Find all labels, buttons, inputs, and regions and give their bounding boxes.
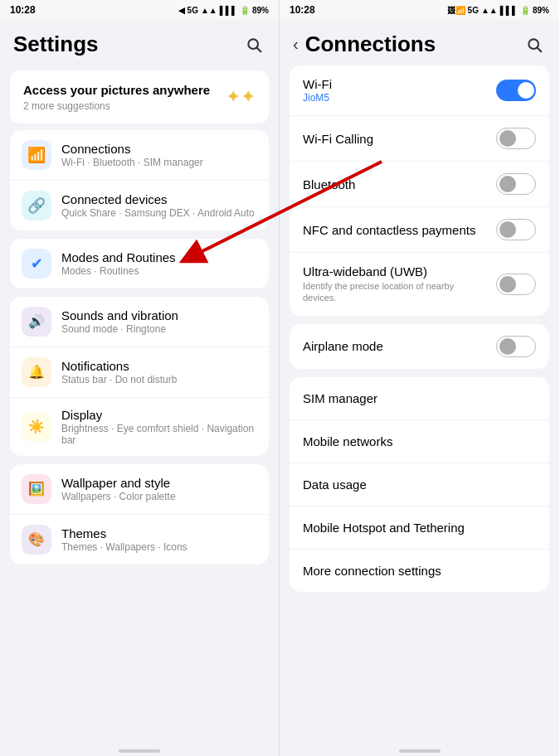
settings-group-media: 🔊 Sounds and vibration Sound mode · Ring… <box>10 297 269 456</box>
suggestion-text: Access your pictures anywhere 2 more sug… <box>23 82 210 112</box>
right-battery-icon: 🔋 <box>520 6 530 15</box>
wifi-calling-toggle[interactable] <box>496 128 536 149</box>
display-title: Display <box>61 408 257 422</box>
settings-title: Settings <box>13 32 99 57</box>
battery-icon: 🔋 <box>240 6 250 15</box>
sim-manager-title: SIM manager <box>303 391 377 405</box>
data-usage-title: Data usage <box>303 477 367 492</box>
connections-text: Connections Wi-Fi · Bluetooth · SIM mana… <box>61 142 203 168</box>
conn-bluetooth-left: Bluetooth <box>303 177 355 191</box>
bluetooth-knob <box>499 176 516 192</box>
conn-uwb-left: Ultra-wideband (UWB) Identify the precis… <box>303 264 485 304</box>
nfc-knob <box>499 221 516 238</box>
conn-hotspot[interactable]: Mobile Hotspot and Tethering <box>290 506 549 550</box>
connected-devices-title: Connected devices <box>61 192 255 206</box>
uwb-toggle[interactable] <box>496 274 536 295</box>
display-icon: ☀️ <box>22 412 51 442</box>
conn-airplane[interactable]: Airplane mode <box>290 324 549 369</box>
svg-line-3 <box>538 47 542 51</box>
conn-airplane-left: Airplane mode <box>303 339 383 353</box>
conn-wifi-calling-title: Wi-Fi Calling <box>303 132 373 146</box>
conn-bluetooth[interactable]: Bluetooth <box>290 162 549 207</box>
conn-airplane-title: Airplane mode <box>303 339 383 353</box>
conn-wifi-calling[interactable]: Wi-Fi Calling <box>290 116 549 162</box>
modes-sub: Modes · Routines <box>61 265 176 277</box>
themes-title: Themes <box>61 526 187 540</box>
settings-item-connected-devices[interactable]: 🔗 Connected devices Quick Share · Samsun… <box>10 181 269 230</box>
back-button[interactable]: ‹ <box>293 35 299 54</box>
conn-nfc-left: NFC and contactless payments <box>303 223 475 237</box>
left-status-bar: 10:28 ◀ 5G ▲▲ ▌▌▌ 🔋 89% <box>0 0 279 20</box>
right-header-left: ‹ Connections <box>293 32 436 57</box>
connected-devices-sub: Quick Share · Samsung DEX · Android Auto <box>61 207 255 219</box>
modes-title: Modes and Routines <box>61 250 176 264</box>
conn-wifi[interactable]: Wi-Fi JioM5 <box>290 65 549 116</box>
conn-wifi-calling-left: Wi-Fi Calling <box>303 132 373 146</box>
right-wifi-icon: ▲▲ <box>481 6 498 15</box>
themes-text: Themes Themes · Wallpapers · Icons <box>61 526 187 553</box>
settings-item-notifications[interactable]: 🔔 Notifications Status bar · Do not dist… <box>10 347 269 398</box>
bluetooth-toggle[interactable] <box>496 173 536 195</box>
left-status-icons: ◀ 5G ▲▲ ▌▌▌ 🔋 89% <box>178 6 269 15</box>
nfc-toggle[interactable] <box>496 219 536 240</box>
connections-title: Connections <box>61 142 203 156</box>
battery-pct: 89% <box>252 6 269 15</box>
notifications-text: Notifications Status bar · Do not distur… <box>61 359 177 385</box>
display-text: Display Brightness · Eye comfort shield … <box>61 408 257 446</box>
mobile-networks-title: Mobile networks <box>303 434 392 448</box>
conn-wifi-title: Wi-Fi <box>303 77 332 91</box>
sounds-text: Sounds and vibration Sound mode · Ringto… <box>61 308 178 335</box>
wifi-toggle[interactable] <box>496 80 536 101</box>
connected-devices-icon: 🔗 <box>22 191 51 220</box>
right-time: 10:28 <box>290 4 315 16</box>
settings-item-display[interactable]: ☀️ Display Brightness · Eye comfort shie… <box>10 398 269 456</box>
connections-list: Wi-Fi JioM5 Wi-Fi Calling Blueto <box>280 65 559 744</box>
sparkle-icon: ✦✦ <box>226 86 256 108</box>
conn-nfc-title: NFC and contactless payments <box>303 223 475 237</box>
wallpaper-icon: 🖼️ <box>22 474 51 504</box>
left-search-icon[interactable] <box>242 33 265 56</box>
hotspot-title: Mobile Hotspot and Tethering <box>303 521 465 535</box>
conn-mobile-networks[interactable]: Mobile networks <box>290 420 549 463</box>
settings-group-modes: ✔ Modes and Routines Modes · Routines <box>10 239 269 288</box>
right-notif-icon: 🖼📶 <box>447 6 465 15</box>
modes-text: Modes and Routines Modes · Routines <box>61 250 176 277</box>
left-panel: 10:28 ◀ 5G ▲▲ ▌▌▌ 🔋 89% Settings Access … <box>0 0 280 756</box>
wifi-toggle-knob <box>518 82 534 99</box>
conn-nfc[interactable]: NFC and contactless payments <box>290 207 549 253</box>
right-search-icon[interactable] <box>523 33 546 56</box>
display-sub: Brightness · Eye comfort shield · Naviga… <box>61 423 257 446</box>
settings-group-themes: 🖼️ Wallpaper and style Wallpapers · Colo… <box>10 464 269 565</box>
airplane-knob <box>499 338 516 355</box>
right-battery-pct: 89% <box>533 6 549 15</box>
settings-group-connections: 📶 Connections Wi-Fi · Bluetooth · SIM ma… <box>10 130 269 230</box>
right-panel: 10:28 🖼📶 5G ▲▲ ▌▌▌ 🔋 89% ‹ Connections <box>280 0 559 756</box>
settings-item-sounds[interactable]: 🔊 Sounds and vibration Sound mode · Ring… <box>10 297 269 347</box>
conn-uwb-title: Ultra-wideband (UWB) <box>303 264 485 279</box>
conn-more-settings[interactable]: More connection settings <box>290 550 549 592</box>
more-conn-title: More connection settings <box>303 564 441 578</box>
svg-line-1 <box>257 47 261 51</box>
sounds-icon: 🔊 <box>22 307 51 337</box>
conn-uwb-desc: Identify the precise location of nearby … <box>303 280 485 304</box>
settings-item-connections[interactable]: 📶 Connections Wi-Fi · Bluetooth · SIM ma… <box>10 130 269 181</box>
connections-sub: Wi-Fi · Bluetooth · SIM manager <box>61 157 203 168</box>
notifications-sub: Status bar · Do not disturb <box>61 374 177 385</box>
settings-item-modes[interactable]: ✔ Modes and Routines Modes · Routines <box>10 239 269 288</box>
conn-wifi-left: Wi-Fi JioM5 <box>303 77 332 104</box>
network-icon: 5G <box>187 6 198 15</box>
settings-item-wallpaper[interactable]: 🖼️ Wallpaper and style Wallpapers · Colo… <box>10 464 269 515</box>
settings-item-themes[interactable]: 🎨 Themes Themes · Wallpapers · Icons <box>10 515 269 565</box>
suggestion-title: Access your pictures anywhere <box>23 82 210 99</box>
location-icon: ◀ <box>178 6 185 15</box>
airplane-toggle[interactable] <box>496 336 536 357</box>
connected-devices-text: Connected devices Quick Share · Samsung … <box>61 192 255 219</box>
settings-list: 📶 Connections Wi-Fi · Bluetooth · SIM ma… <box>0 130 279 745</box>
suggestion-card[interactable]: Access your pictures anywhere 2 more sug… <box>10 70 269 124</box>
sounds-title: Sounds and vibration <box>61 308 178 322</box>
conn-uwb[interactable]: Ultra-wideband (UWB) Identify the precis… <box>290 253 549 316</box>
conn-data-usage[interactable]: Data usage <box>290 463 549 506</box>
wallpaper-text: Wallpaper and style Wallpapers · Color p… <box>61 476 176 502</box>
conn-sim-manager[interactable]: SIM manager <box>290 377 549 420</box>
wifi-calling-knob <box>499 130 516 147</box>
